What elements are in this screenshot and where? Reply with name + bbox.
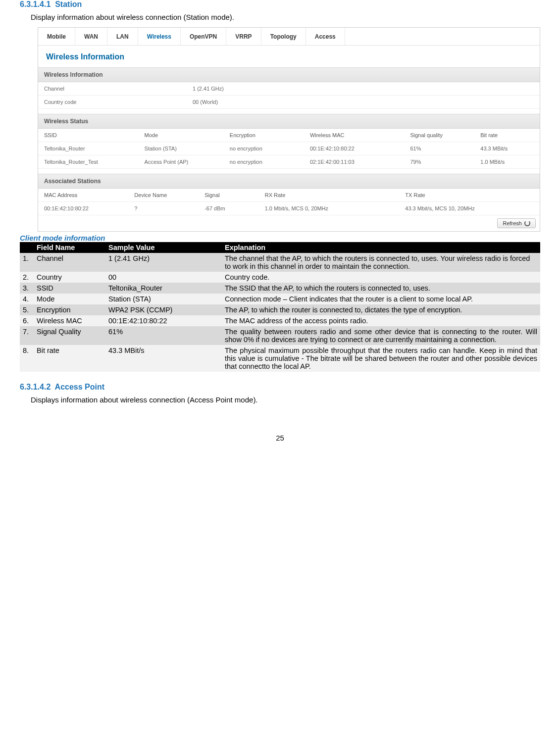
cell: 43.3 Mbit/s, MCS 10, 20MHz (399, 202, 540, 215)
cell-expl: The MAC address of the access points rad… (222, 315, 540, 326)
cell-expl: The physical maximum possible throughput… (222, 345, 540, 372)
cell-num: 6. (20, 315, 34, 326)
tab-lan[interactable]: LAN (107, 28, 138, 45)
block-header-assoc: Associated Stations (38, 174, 540, 189)
info-key: Channel (44, 86, 193, 92)
tab-access[interactable]: Access (306, 28, 345, 45)
tab-wan[interactable]: WAN (75, 28, 107, 45)
table-row: 6. Wireless MAC 00:1E:42:10:80:22 The MA… (20, 315, 540, 326)
cell-num: 8. (20, 345, 34, 372)
cell-expl: The channel that the AP, to which the ro… (222, 253, 540, 272)
cell: 00:1E:42:10:80:22 (304, 142, 405, 155)
table-row: 2. Country 00 Country code. (20, 272, 540, 283)
cell: 79% (404, 155, 474, 169)
table-caption: Client mode information (20, 234, 540, 242)
info-key: Country code (44, 99, 193, 105)
status-row: Teltonika_Router_Test Access Point (AP) … (38, 155, 540, 169)
col-signal: Signal (199, 189, 259, 202)
cell-num: 3. (20, 283, 34, 294)
associated-stations-table: MAC Address Device Name Signal RX Rate T… (38, 189, 540, 215)
refresh-icon (524, 220, 530, 226)
cell: 00:1E:42:10:80:22 (38, 202, 128, 215)
col-rx: RX Rate (259, 189, 400, 202)
field-table: Field Name Sample Value Explanation 1. C… (20, 242, 540, 372)
info-value: 00 (World) (193, 99, 218, 105)
block-header-info: Wireless Information (38, 67, 540, 82)
cell-name: Mode (34, 294, 105, 304)
cell-num: 1. (20, 253, 34, 272)
cell-expl: Connection mode – Client indicates that … (222, 294, 540, 304)
table-row: 1. Channel 1 (2.41 GHz) The channel that… (20, 253, 540, 272)
cell-name: SSID (34, 283, 105, 294)
cell: Station (STA) (139, 142, 224, 155)
table-row: 4. Mode Station (STA) Connection mode – … (20, 294, 540, 304)
cell: 02:1E:42:00:11:03 (304, 155, 405, 169)
cell-expl: Country code. (222, 272, 540, 283)
tab-bar: Mobile WAN LAN Wireless OpenVPN VRRP Top… (38, 28, 540, 46)
cell-sample: 43.3 MBit/s (105, 345, 222, 372)
block-header-status: Wireless Status (38, 114, 540, 129)
cell-name: Encryption (34, 304, 105, 315)
cell-expl: The AP, to which the router is connected… (222, 304, 540, 315)
cell-sample: Teltonika_Router (105, 283, 222, 294)
info-value: 1 (2.41 GHz) (193, 86, 224, 92)
cell: ? (128, 202, 199, 215)
cell-name: Wireless MAC (34, 315, 105, 326)
cell-sample: 00:1E:42:10:80:22 (105, 315, 222, 326)
refresh-row: Refresh (38, 215, 540, 231)
cell-sample: 00 (105, 272, 222, 283)
refresh-label: Refresh (503, 220, 522, 226)
col-mode: Mode (139, 129, 224, 142)
tab-mobile[interactable]: Mobile (38, 28, 75, 45)
cell: no encryption (224, 142, 304, 155)
cell-name: Country (34, 272, 105, 283)
refresh-button[interactable]: Refresh (497, 218, 536, 228)
tab-vrrp[interactable]: VRRP (226, 28, 261, 45)
cell-sample: Station (STA) (105, 294, 222, 304)
cell-num: 5. (20, 304, 34, 315)
section-intro: Displays information about wireless conn… (31, 396, 540, 404)
col-device: Device Name (128, 189, 199, 202)
cell-expl: The SSID that the AP, to which the route… (222, 283, 540, 294)
cell: Teltonika_Router (38, 142, 139, 155)
tab-wireless[interactable]: Wireless (138, 28, 181, 45)
cell-sample: 61% (105, 326, 222, 345)
cell-name: Channel (34, 253, 105, 272)
cell: Access Point (AP) (139, 155, 224, 169)
cell: -67 dBm (199, 202, 259, 215)
page-number: 25 (20, 434, 540, 442)
tab-topology[interactable]: Topology (261, 28, 306, 45)
panel-title: Wireless Information (38, 46, 540, 62)
cell-num: 2. (20, 272, 34, 283)
cell-expl: The quality between routers radio and so… (222, 326, 540, 345)
cell-num: 4. (20, 294, 34, 304)
wireless-status-table: SSID Mode Encryption Wireless MAC Signal… (38, 129, 540, 169)
cell: 1.0 MBit/s (474, 155, 540, 169)
info-row-channel: Channel 1 (2.41 GHz) (38, 82, 540, 96)
wireless-screenshot: Mobile WAN LAN Wireless OpenVPN VRRP Top… (38, 27, 540, 232)
cell: 1.0 Mbit/s, MCS 0, 20MHz (259, 202, 400, 215)
cell-sample: 1 (2.41 GHz) (105, 253, 222, 272)
th-expl: Explanation (222, 242, 540, 253)
section-heading-station: 6.3.1.4.1 Station (20, 0, 540, 9)
tab-openvpn[interactable]: OpenVPN (181, 28, 226, 45)
cell-sample: WPA2 PSK (CCMP) (105, 304, 222, 315)
cell-name: Signal Quality (34, 326, 105, 345)
col-signal: Signal quality (404, 129, 474, 142)
th-name: Field Name (34, 242, 105, 253)
section-intro: Display information about wireless conne… (31, 13, 540, 21)
section-number: 6.3.1.4.2 (20, 383, 51, 391)
section-title: Access Point (55, 383, 104, 391)
cell-num: 7. (20, 326, 34, 345)
col-encryption: Encryption (224, 129, 304, 142)
col-mac: MAC Address (38, 189, 128, 202)
col-mac: Wireless MAC (304, 129, 405, 142)
cell: no encryption (224, 155, 304, 169)
table-row: 8. Bit rate 43.3 MBit/s The physical max… (20, 345, 540, 372)
th-sample: Sample Value (105, 242, 222, 253)
cell: Teltonika_Router_Test (38, 155, 139, 169)
section-heading-ap: 6.3.1.4.2 Access Point (20, 383, 540, 392)
cell: 43.3 MBit/s (474, 142, 540, 155)
cell: 61% (404, 142, 474, 155)
table-row: 3. SSID Teltonika_Router The SSID that t… (20, 283, 540, 294)
